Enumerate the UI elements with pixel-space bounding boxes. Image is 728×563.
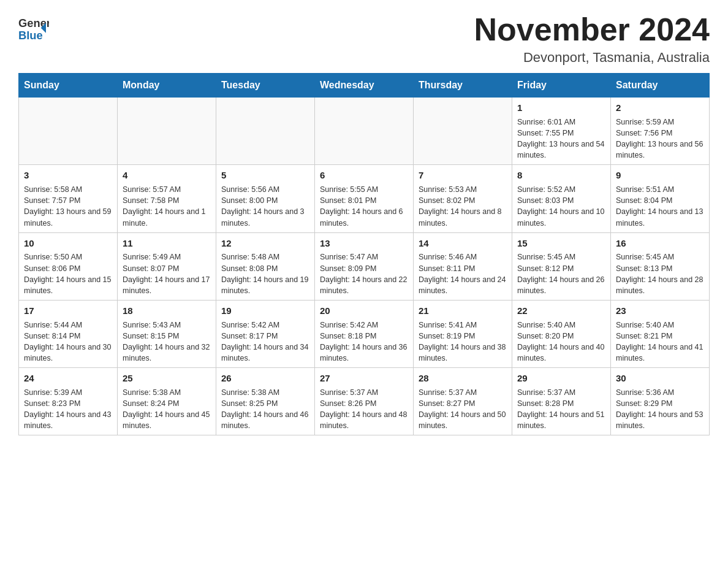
sunrise-text: Sunrise: 5:52 AM (517, 184, 605, 195)
sunrise-text: Sunrise: 5:42 AM (320, 320, 408, 331)
day-number: 25 (123, 372, 211, 385)
day-number: 17 (24, 304, 112, 318)
calendar-cell: 22Sunrise: 5:40 AMSunset: 8:20 PMDayligh… (512, 300, 611, 367)
calendar-week-row: 24Sunrise: 5:39 AMSunset: 8:23 PMDayligh… (19, 368, 710, 435)
sunrise-text: Sunrise: 5:57 AM (123, 184, 211, 195)
sunrise-text: Sunrise: 5:56 AM (221, 184, 309, 195)
sunset-text: Sunset: 7:58 PM (123, 195, 211, 206)
sunrise-text: Sunrise: 5:42 AM (221, 320, 309, 331)
day-number: 23 (616, 304, 704, 318)
day-number: 19 (221, 304, 309, 318)
day-number: 30 (616, 372, 704, 385)
day-number: 10 (24, 237, 112, 250)
location-title: Devonport, Tasmania, Australia (474, 50, 710, 66)
calendar-cell (118, 98, 216, 165)
calendar-cell: 25Sunrise: 5:38 AMSunset: 8:24 PMDayligh… (118, 368, 216, 435)
sunrise-text: Sunrise: 5:37 AM (419, 387, 507, 398)
calendar-week-row: 3Sunrise: 5:58 AMSunset: 7:57 PMDaylight… (19, 165, 710, 232)
day-number: 6 (320, 169, 408, 182)
sunset-text: Sunset: 8:23 PM (24, 398, 112, 409)
daylight-text: Daylight: 14 hours and 43 minutes. (24, 409, 112, 431)
sunset-text: Sunset: 8:12 PM (517, 263, 605, 274)
day-number: 21 (419, 304, 507, 318)
calendar-cell: 19Sunrise: 5:42 AMSunset: 8:17 PMDayligh… (216, 300, 315, 367)
daylight-text: Daylight: 14 hours and 40 minutes. (517, 342, 605, 364)
day-number: 15 (517, 237, 605, 250)
day-number: 3 (24, 169, 112, 182)
calendar-cell: 5Sunrise: 5:56 AMSunset: 8:00 PMDaylight… (216, 165, 315, 232)
sunrise-text: Sunrise: 5:47 AM (320, 251, 408, 262)
sunset-text: Sunset: 8:04 PM (616, 195, 704, 206)
calendar-cell: 9Sunrise: 5:51 AMSunset: 8:04 PMDaylight… (611, 165, 710, 232)
sunset-text: Sunset: 7:57 PM (24, 195, 112, 206)
day-number: 16 (616, 237, 704, 250)
sunset-text: Sunset: 8:19 PM (419, 331, 507, 342)
weekday-header-wednesday: Wednesday (315, 74, 414, 98)
daylight-text: Daylight: 14 hours and 32 minutes. (123, 342, 211, 364)
calendar-week-row: 1Sunrise: 6:01 AMSunset: 7:55 PMDaylight… (19, 98, 710, 165)
month-title: November 2024 (474, 12, 710, 47)
calendar-cell (19, 98, 118, 165)
title-area: November 2024 Devonport, Tasmania, Austr… (474, 12, 710, 66)
day-number: 20 (320, 304, 408, 318)
day-number: 1 (517, 101, 605, 115)
day-number: 7 (419, 169, 507, 182)
sunrise-text: Sunrise: 5:45 AM (616, 251, 704, 262)
calendar-cell: 16Sunrise: 5:45 AMSunset: 8:13 PMDayligh… (611, 232, 710, 300)
day-number: 8 (517, 169, 605, 182)
calendar-cell: 21Sunrise: 5:41 AMSunset: 8:19 PMDayligh… (414, 300, 512, 367)
day-number: 28 (419, 372, 507, 385)
sunset-text: Sunset: 7:56 PM (616, 128, 704, 139)
daylight-text: Daylight: 14 hours and 30 minutes. (24, 342, 112, 364)
sunrise-text: Sunrise: 6:01 AM (517, 117, 605, 128)
calendar-cell (414, 98, 512, 165)
calendar-cell: 2Sunrise: 5:59 AMSunset: 7:56 PMDaylight… (611, 98, 710, 165)
sunrise-text: Sunrise: 5:38 AM (221, 387, 309, 398)
sunset-text: Sunset: 7:55 PM (517, 128, 605, 139)
sunrise-text: Sunrise: 5:36 AM (616, 387, 704, 398)
calendar-cell: 18Sunrise: 5:43 AMSunset: 8:15 PMDayligh… (118, 300, 216, 367)
sunset-text: Sunset: 8:01 PM (320, 195, 408, 206)
calendar-table: SundayMondayTuesdayWednesdayThursdayFrid… (18, 73, 710, 435)
calendar-cell: 1Sunrise: 6:01 AMSunset: 7:55 PMDaylight… (512, 98, 611, 165)
sunrise-text: Sunrise: 5:37 AM (320, 387, 408, 398)
calendar-cell: 13Sunrise: 5:47 AMSunset: 8:09 PMDayligh… (315, 232, 414, 300)
sunrise-text: Sunrise: 5:49 AM (123, 251, 211, 262)
day-number: 2 (616, 101, 704, 115)
sunset-text: Sunset: 8:21 PM (616, 331, 704, 342)
daylight-text: Daylight: 14 hours and 24 minutes. (419, 274, 507, 296)
sunset-text: Sunset: 8:14 PM (24, 331, 112, 342)
svg-text:Blue: Blue (18, 29, 43, 42)
logo-icon: General Blue (18, 12, 49, 45)
weekday-header-row: SundayMondayTuesdayWednesdayThursdayFrid… (19, 74, 710, 98)
calendar-cell: 8Sunrise: 5:52 AMSunset: 8:03 PMDaylight… (512, 165, 611, 232)
daylight-text: Daylight: 14 hours and 6 minutes. (320, 206, 408, 228)
calendar-cell: 29Sunrise: 5:37 AMSunset: 8:28 PMDayligh… (512, 368, 611, 435)
day-number: 9 (616, 169, 704, 182)
calendar-cell: 10Sunrise: 5:50 AMSunset: 8:06 PMDayligh… (19, 232, 118, 300)
daylight-text: Daylight: 14 hours and 13 minutes. (616, 206, 704, 228)
day-number: 29 (517, 372, 605, 385)
sunrise-text: Sunrise: 5:38 AM (123, 387, 211, 398)
calendar-cell: 7Sunrise: 5:53 AMSunset: 8:02 PMDaylight… (414, 165, 512, 232)
sunset-text: Sunset: 8:00 PM (221, 195, 309, 206)
sunrise-text: Sunrise: 5:37 AM (517, 387, 605, 398)
sunset-text: Sunset: 8:17 PM (221, 331, 309, 342)
daylight-text: Daylight: 14 hours and 36 minutes. (320, 342, 408, 364)
daylight-text: Daylight: 14 hours and 8 minutes. (419, 206, 507, 228)
sunset-text: Sunset: 8:15 PM (123, 331, 211, 342)
calendar-cell: 23Sunrise: 5:40 AMSunset: 8:21 PMDayligh… (611, 300, 710, 367)
calendar-cell: 11Sunrise: 5:49 AMSunset: 8:07 PMDayligh… (118, 232, 216, 300)
day-number: 27 (320, 372, 408, 385)
calendar-cell (216, 98, 315, 165)
calendar-week-row: 10Sunrise: 5:50 AMSunset: 8:06 PMDayligh… (19, 232, 710, 300)
weekday-header-monday: Monday (118, 74, 216, 98)
calendar-cell: 6Sunrise: 5:55 AMSunset: 8:01 PMDaylight… (315, 165, 414, 232)
sunrise-text: Sunrise: 5:51 AM (616, 184, 704, 195)
calendar-week-row: 17Sunrise: 5:44 AMSunset: 8:14 PMDayligh… (19, 300, 710, 367)
weekday-header-tuesday: Tuesday (216, 74, 315, 98)
calendar-cell: 17Sunrise: 5:44 AMSunset: 8:14 PMDayligh… (19, 300, 118, 367)
sunrise-text: Sunrise: 5:50 AM (24, 251, 112, 262)
sunset-text: Sunset: 8:25 PM (221, 398, 309, 409)
sunrise-text: Sunrise: 5:40 AM (517, 320, 605, 331)
